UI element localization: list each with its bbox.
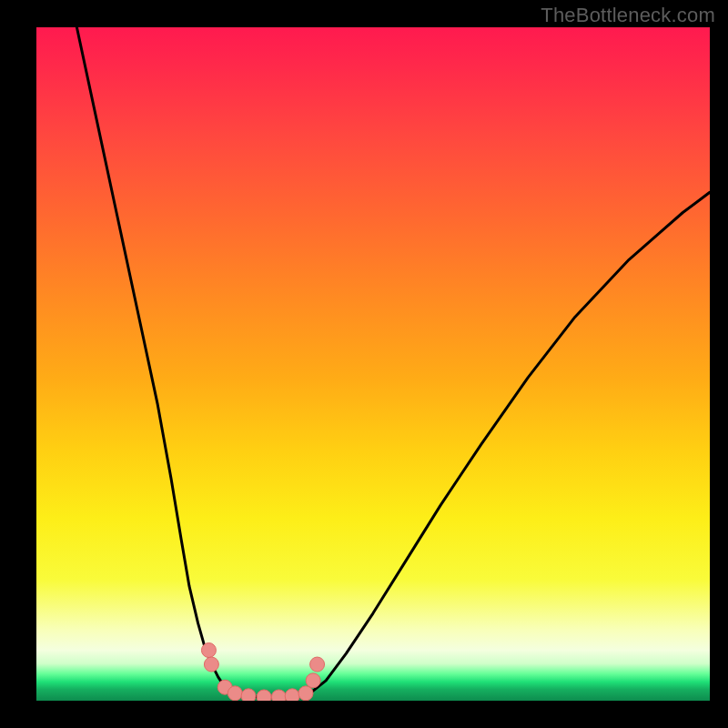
valley-marker [228,686,242,701]
valley-marker [201,643,216,658]
plot-area [36,27,710,701]
valley-marker [310,657,325,672]
valley-marker [241,689,256,701]
valley-marker [306,673,320,688]
valley-marker [204,657,218,672]
bottleneck-curve [76,27,710,697]
valley-marker [298,686,313,701]
valley-marker [271,690,286,701]
chart-frame: TheBottleneck.com [0,0,728,728]
curve-path [76,27,710,697]
valley-marker [285,689,299,701]
watermark-text: TheBottleneck.com [541,4,715,27]
chart-svg [36,27,710,701]
valley-markers [201,643,324,702]
valley-marker [257,690,271,701]
